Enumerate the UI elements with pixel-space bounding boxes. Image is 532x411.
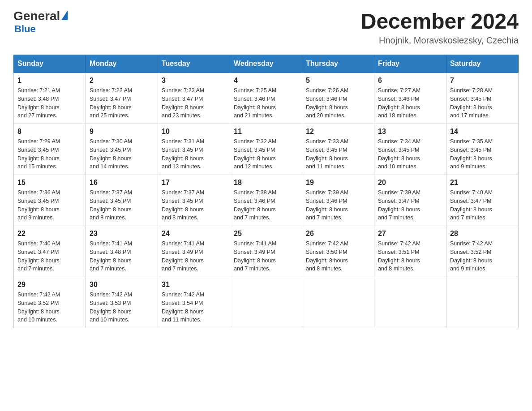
calendar-table: SundayMondayTuesdayWednesdayThursdayFrid… [13, 55, 519, 328]
calendar-cell: 19 Sunrise: 7:39 AMSunset: 3:46 PMDaylig… [302, 175, 374, 226]
calendar-cell: 3 Sunrise: 7:23 AMSunset: 3:47 PMDayligh… [158, 73, 230, 124]
location-text: Hnojnik, Moravskoslezsky, Czechia [361, 35, 519, 46]
logo-general-text: General [13, 9, 60, 23]
weekday-header-row: SundayMondayTuesdayWednesdayThursdayFrid… [14, 55, 519, 73]
day-info: Sunrise: 7:41 AMSunset: 3:49 PMDaylight:… [162, 240, 226, 273]
day-number: 24 [162, 230, 226, 238]
day-info: Sunrise: 7:38 AMSunset: 3:46 PMDaylight:… [234, 188, 298, 222]
weekday-header-tuesday: Tuesday [158, 55, 230, 73]
day-info: Sunrise: 7:40 AMSunset: 3:47 PMDaylight:… [17, 240, 82, 273]
day-number: 12 [306, 128, 370, 136]
day-number: 10 [162, 128, 226, 136]
day-info: Sunrise: 7:41 AMSunset: 3:49 PMDaylight:… [234, 240, 298, 273]
calendar-cell [230, 277, 302, 328]
day-number: 6 [378, 77, 442, 85]
week-row-1: 1 Sunrise: 7:21 AMSunset: 3:48 PMDayligh… [14, 73, 519, 124]
calendar-cell: 21 Sunrise: 7:40 AMSunset: 3:47 PMDaylig… [446, 175, 519, 226]
day-info: Sunrise: 7:34 AMSunset: 3:45 PMDaylight:… [378, 137, 442, 171]
day-number: 5 [306, 77, 370, 85]
day-info: Sunrise: 7:42 AMSunset: 3:52 PMDaylight:… [450, 240, 515, 273]
day-info: Sunrise: 7:36 AMSunset: 3:45 PMDaylight:… [17, 188, 82, 222]
day-number: 26 [306, 230, 370, 238]
weekday-header-thursday: Thursday [302, 55, 374, 73]
day-info: Sunrise: 7:42 AMSunset: 3:54 PMDaylight:… [162, 291, 226, 324]
day-number: 30 [90, 281, 154, 289]
calendar-cell: 29 Sunrise: 7:42 AMSunset: 3:52 PMDaylig… [14, 277, 86, 328]
month-title: December 2024 [361, 9, 519, 34]
weekday-header-friday: Friday [374, 55, 446, 73]
calendar-cell: 5 Sunrise: 7:26 AMSunset: 3:46 PMDayligh… [302, 73, 374, 124]
day-info: Sunrise: 7:25 AMSunset: 3:46 PMDaylight:… [234, 86, 298, 120]
day-number: 9 [90, 128, 154, 136]
calendar-cell: 22 Sunrise: 7:40 AMSunset: 3:47 PMDaylig… [14, 226, 86, 277]
day-info: Sunrise: 7:30 AMSunset: 3:45 PMDaylight:… [90, 137, 154, 171]
calendar-cell: 8 Sunrise: 7:29 AMSunset: 3:45 PMDayligh… [14, 124, 86, 175]
calendar-cell [374, 277, 446, 328]
day-info: Sunrise: 7:37 AMSunset: 3:45 PMDaylight:… [162, 188, 226, 222]
day-number: 7 [450, 77, 515, 85]
week-row-5: 29 Sunrise: 7:42 AMSunset: 3:52 PMDaylig… [14, 277, 519, 328]
day-number: 8 [17, 128, 82, 136]
calendar-cell: 1 Sunrise: 7:21 AMSunset: 3:48 PMDayligh… [14, 73, 86, 124]
day-info: Sunrise: 7:33 AMSunset: 3:45 PMDaylight:… [306, 137, 370, 171]
calendar-cell: 15 Sunrise: 7:36 AMSunset: 3:45 PMDaylig… [14, 175, 86, 226]
day-info: Sunrise: 7:42 AMSunset: 3:51 PMDaylight:… [378, 240, 442, 273]
calendar-cell: 2 Sunrise: 7:22 AMSunset: 3:47 PMDayligh… [86, 73, 158, 124]
weekday-header-wednesday: Wednesday [230, 55, 302, 73]
calendar-cell [446, 277, 519, 328]
day-number: 13 [378, 128, 442, 136]
day-number: 2 [90, 77, 154, 85]
calendar-cell: 17 Sunrise: 7:37 AMSunset: 3:45 PMDaylig… [158, 175, 230, 226]
calendar-cell: 30 Sunrise: 7:42 AMSunset: 3:53 PMDaylig… [86, 277, 158, 328]
day-info: Sunrise: 7:32 AMSunset: 3:45 PMDaylight:… [234, 137, 298, 171]
day-number: 3 [162, 77, 226, 85]
calendar-cell: 28 Sunrise: 7:42 AMSunset: 3:52 PMDaylig… [446, 226, 519, 277]
day-number: 4 [234, 77, 298, 85]
day-number: 31 [162, 281, 226, 289]
day-info: Sunrise: 7:28 AMSunset: 3:45 PMDaylight:… [450, 86, 515, 120]
calendar-cell: 24 Sunrise: 7:41 AMSunset: 3:49 PMDaylig… [158, 226, 230, 277]
day-number: 15 [17, 179, 82, 187]
day-info: Sunrise: 7:37 AMSunset: 3:45 PMDaylight:… [90, 188, 154, 222]
weekday-header-monday: Monday [86, 55, 158, 73]
calendar-cell: 20 Sunrise: 7:39 AMSunset: 3:47 PMDaylig… [374, 175, 446, 226]
calendar-cell: 4 Sunrise: 7:25 AMSunset: 3:46 PMDayligh… [230, 73, 302, 124]
day-number: 11 [234, 128, 298, 136]
day-info: Sunrise: 7:41 AMSunset: 3:48 PMDaylight:… [90, 240, 154, 273]
day-info: Sunrise: 7:27 AMSunset: 3:46 PMDaylight:… [378, 86, 442, 120]
title-block: December 2024 Hnojnik, Moravskoslezsky, … [361, 9, 519, 46]
calendar-cell: 13 Sunrise: 7:34 AMSunset: 3:45 PMDaylig… [374, 124, 446, 175]
day-number: 23 [90, 230, 154, 238]
day-info: Sunrise: 7:39 AMSunset: 3:46 PMDaylight:… [306, 188, 370, 222]
calendar-cell: 31 Sunrise: 7:42 AMSunset: 3:54 PMDaylig… [158, 277, 230, 328]
weekday-header-sunday: Sunday [14, 55, 86, 73]
day-number: 21 [450, 179, 515, 187]
week-row-2: 8 Sunrise: 7:29 AMSunset: 3:45 PMDayligh… [14, 124, 519, 175]
day-number: 19 [306, 179, 370, 187]
day-info: Sunrise: 7:40 AMSunset: 3:47 PMDaylight:… [450, 188, 515, 222]
logo-blue-text: Blue [14, 23, 36, 35]
day-info: Sunrise: 7:42 AMSunset: 3:52 PMDaylight:… [17, 291, 82, 324]
day-number: 22 [17, 230, 82, 238]
calendar-cell: 26 Sunrise: 7:42 AMSunset: 3:50 PMDaylig… [302, 226, 374, 277]
page-header: General Blue December 2024 Hnojnik, Mora… [13, 9, 519, 46]
day-number: 18 [234, 179, 298, 187]
calendar-cell: 27 Sunrise: 7:42 AMSunset: 3:51 PMDaylig… [374, 226, 446, 277]
calendar-cell: 9 Sunrise: 7:30 AMSunset: 3:45 PMDayligh… [86, 124, 158, 175]
day-number: 27 [378, 230, 442, 238]
day-info: Sunrise: 7:26 AMSunset: 3:46 PMDaylight:… [306, 86, 370, 120]
calendar-cell: 18 Sunrise: 7:38 AMSunset: 3:46 PMDaylig… [230, 175, 302, 226]
day-info: Sunrise: 7:31 AMSunset: 3:45 PMDaylight:… [162, 137, 226, 171]
logo: General Blue [13, 9, 68, 35]
calendar-cell [302, 277, 374, 328]
calendar-cell: 11 Sunrise: 7:32 AMSunset: 3:45 PMDaylig… [230, 124, 302, 175]
day-info: Sunrise: 7:42 AMSunset: 3:53 PMDaylight:… [90, 291, 154, 324]
day-info: Sunrise: 7:42 AMSunset: 3:50 PMDaylight:… [306, 240, 370, 273]
day-number: 25 [234, 230, 298, 238]
calendar-cell: 16 Sunrise: 7:37 AMSunset: 3:45 PMDaylig… [86, 175, 158, 226]
calendar-cell: 14 Sunrise: 7:35 AMSunset: 3:45 PMDaylig… [446, 124, 519, 175]
day-info: Sunrise: 7:29 AMSunset: 3:45 PMDaylight:… [17, 137, 82, 171]
day-number: 17 [162, 179, 226, 187]
day-number: 28 [450, 230, 515, 238]
week-row-4: 22 Sunrise: 7:40 AMSunset: 3:47 PMDaylig… [14, 226, 519, 277]
